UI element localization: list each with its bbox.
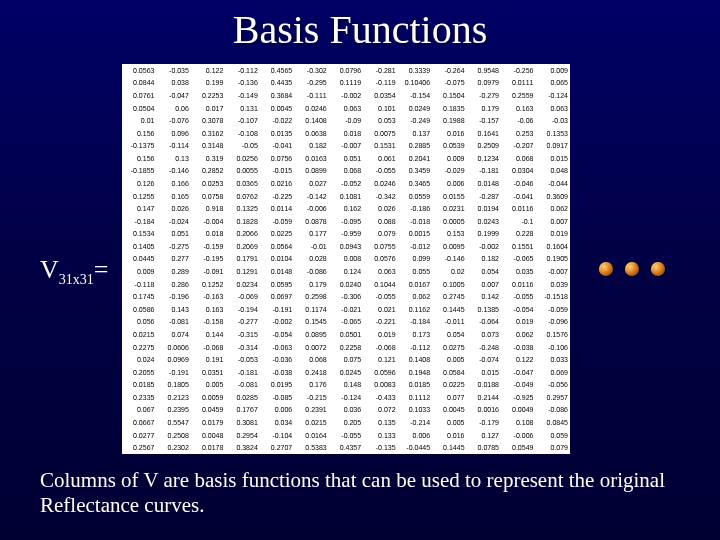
equals-sign: = — [94, 255, 109, 284]
matrix-cell: 0.1162 — [398, 303, 432, 316]
matrix-cell: -0.086 — [294, 265, 328, 278]
matrix-cell: 0.0016 — [467, 404, 501, 417]
matrix-cell: 0.122 — [501, 353, 535, 366]
matrix-subscript: 31x31 — [59, 272, 94, 287]
matrix-cell: 0.122 — [191, 64, 225, 77]
matrix-cell: -0.046 — [501, 177, 535, 190]
matrix-cell: -0.104 — [260, 429, 294, 442]
matrix-cell: 0.021 — [363, 303, 397, 316]
matrix-row: 0.12550.1650.07580.0762-0.225-0.1420.108… — [122, 190, 570, 203]
matrix-cell: 0.0969 — [156, 353, 190, 366]
matrix-cell: 0.2745 — [432, 290, 466, 303]
matrix-cell: 0.0559 — [398, 190, 432, 203]
matrix-cell: 0.015 — [467, 366, 501, 379]
matrix-cell: -0.191 — [156, 366, 190, 379]
matrix-cell: 0.0459 — [191, 404, 225, 417]
matrix-cell: 0.182 — [467, 253, 501, 266]
matrix-cell: 0.0225 — [432, 378, 466, 391]
matrix-cell: 0.0095 — [432, 240, 466, 253]
matrix-cell: -0.163 — [191, 290, 225, 303]
matrix-cell: 0.006 — [398, 429, 432, 442]
matrix-cell: 0.0697 — [260, 290, 294, 303]
matrix-row: 0.1745-0.196-0.163-0.0690.06970.2598-0.3… — [122, 290, 570, 303]
matrix-cell: 0.0148 — [260, 265, 294, 278]
matrix-cell: -0.0445 — [398, 441, 432, 454]
matrix-cell: -0.157 — [467, 114, 501, 127]
matrix-cell: 0.0256 — [225, 152, 259, 165]
matrix-cell: 0.0445 — [122, 253, 156, 266]
matrix-cell: 0.1112 — [398, 391, 432, 404]
matrix-cell: 0.0979 — [467, 77, 501, 90]
matrix-cell: 0.286 — [156, 278, 190, 291]
matrix-cell: 0.0584 — [432, 366, 466, 379]
matrix-cell: 0.0155 — [432, 190, 466, 203]
matrix-cell: 0.101 — [363, 102, 397, 115]
matrix-cell: -0.315 — [225, 328, 259, 341]
matrix-cell: -0.054 — [260, 328, 294, 341]
matrix-cell: -0.006 — [294, 202, 328, 215]
matrix-cell: -0.038 — [260, 366, 294, 379]
matrix-row: 0.1260.1660.02530.03650.02160.027-0.0520… — [122, 177, 570, 190]
matrix-cell: 0.0116 — [501, 202, 535, 215]
matrix-cell: 0.126 — [122, 177, 156, 190]
matrix-cell: 0.1534 — [122, 228, 156, 241]
matrix-cell: 0.163 — [191, 303, 225, 316]
matrix-cell: -0.342 — [363, 190, 397, 203]
matrix-cell: 0.069 — [535, 366, 570, 379]
matrix-cell: 0.0015 — [398, 228, 432, 241]
matrix-cell: 0.1551 — [501, 240, 535, 253]
matrix-cell: 0.016 — [432, 127, 466, 140]
matrix-cell: 0.079 — [363, 228, 397, 241]
matrix-cell: 0.054 — [432, 328, 466, 341]
matrix-cell: -0.112 — [225, 64, 259, 77]
matrix-cell: 0.4565 — [260, 64, 294, 77]
matrix-cell: 0.055 — [398, 265, 432, 278]
matrix-cell: -0.024 — [156, 215, 190, 228]
matrix-cell: 0.0167 — [398, 278, 432, 291]
matrix-cell: 0.137 — [398, 127, 432, 140]
matrix-cell: 0.0111 — [501, 77, 535, 90]
matrix-cell: 0.0539 — [432, 139, 466, 152]
matrix-cell: -0.277 — [225, 316, 259, 329]
matrix-cell: -0.038 — [501, 341, 535, 354]
matrix-cell: -0.124 — [329, 391, 363, 404]
matrix-cell: 0.099 — [398, 253, 432, 266]
matrix-cell: 0.0231 — [432, 202, 466, 215]
matrix-cell: 0.068 — [294, 353, 328, 366]
matrix-cell: -0.249 — [398, 114, 432, 127]
matrix-cell: 0.143 — [156, 303, 190, 316]
matrix-row: 0.15340.0510.0180.20660.02250.177-0.9590… — [122, 228, 570, 241]
matrix-cell: -0.074 — [467, 353, 501, 366]
matrix-cell: -0.065 — [329, 316, 363, 329]
matrix-cell: 0.063 — [329, 102, 363, 115]
matrix-cell: -0.959 — [329, 228, 363, 241]
matrix-cell: -0.055 — [363, 290, 397, 303]
matrix-cell: 0.1408 — [398, 353, 432, 366]
matrix-cell: 0.179 — [467, 102, 501, 115]
matrix-cell: 0.2041 — [398, 152, 432, 165]
matrix-cell: 0.038 — [156, 77, 190, 90]
matrix-cell: 0.056 — [122, 316, 156, 329]
matrix-cell: -0.09 — [329, 114, 363, 127]
matrix-cell: -0.064 — [467, 316, 501, 329]
matrix-cell: -0.118 — [122, 278, 156, 291]
matrix-cell: 0.3609 — [535, 190, 570, 203]
matrix-cell: 0.135 — [363, 416, 397, 429]
matrix-cell: 0.1641 — [467, 127, 501, 140]
matrix-cell: 0.0844 — [122, 77, 156, 90]
matrix-cell: 0.2069 — [225, 240, 259, 253]
matrix-cell: 0.0059 — [191, 391, 225, 404]
matrix-cell: 0.0606 — [156, 341, 190, 354]
matrix-cell: 0.016 — [432, 429, 466, 442]
matrix-cell: 0.005 — [191, 378, 225, 391]
matrix-cell: -0.049 — [501, 378, 535, 391]
matrix-cell: 0.2123 — [156, 391, 190, 404]
matrix-cell: 0.121 — [363, 353, 397, 366]
matrix-cell: 0.0761 — [122, 89, 156, 102]
matrix-cell: 0.319 — [191, 152, 225, 165]
matrix-cell: 0.5547 — [156, 416, 190, 429]
matrix-cell: -0.086 — [535, 404, 570, 417]
matrix-cell: 0.035 — [501, 265, 535, 278]
matrix-cell: 0.074 — [156, 328, 190, 341]
matrix-cell: 0.1545 — [294, 316, 328, 329]
